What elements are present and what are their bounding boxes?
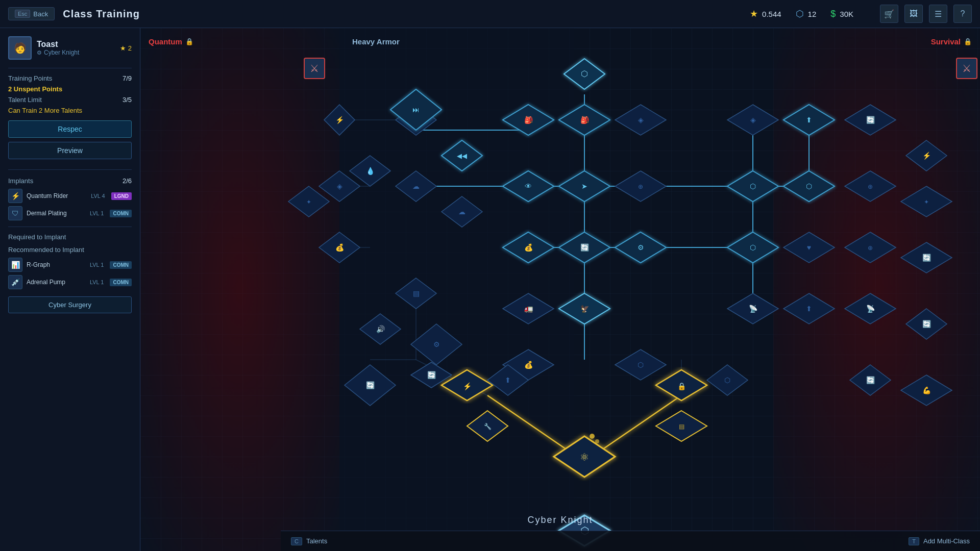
svg-text:◈: ◈: [337, 182, 342, 190]
cart-button[interactable]: 🛒: [880, 5, 898, 23]
stat-money: $ 30K: [830, 9, 853, 19]
preview-button[interactable]: Preview: [8, 142, 132, 159]
svg-text:🔊: 🔊: [376, 325, 385, 334]
char-class: ⚙ Cyber Knight: [37, 49, 115, 56]
svg-text:🎒: 🎒: [524, 116, 533, 124]
implant-r-graph[interactable]: 📊 R-Graph LVL 1 COMN: [8, 258, 132, 272]
cyber-surgery-button[interactable]: Cyber Surgery: [8, 296, 132, 313]
svg-text:💰: 💰: [335, 243, 345, 252]
list-button[interactable]: ☰: [929, 5, 947, 23]
svg-text:⬡: ⬡: [750, 243, 756, 252]
svg-text:🔄: 🔄: [580, 243, 590, 252]
talents-key-hint: C: [291, 537, 302, 545]
svg-text:⏭: ⏭: [412, 106, 420, 114]
talent-limit-label: Talent Limit: [8, 96, 42, 104]
training-points-value: 7/9: [122, 74, 132, 82]
recommended-label: Recommended to Implant: [8, 246, 132, 254]
svg-text:🔧: 🔧: [484, 422, 492, 430]
talents-button[interactable]: C Talents: [291, 537, 327, 545]
respec-button[interactable]: Respec: [8, 120, 132, 138]
skill-tree[interactable]: Quantum 🔒 Heavy Armor Survival 🔒 ⚔ ⚔: [140, 28, 980, 551]
left-panel: 🧑 Toast ⚙ Cyber Knight ★ 2 Training Poin…: [0, 28, 140, 551]
top-bar: Esc Back Class Training ★ 0.544 ⬡ 12 $ 3…: [0, 0, 980, 28]
svg-text:💰: 💰: [524, 243, 533, 252]
svg-text:➤: ➤: [581, 182, 587, 190]
training-points-row: Training Points 7/9: [8, 74, 132, 82]
main-skill-tree-area[interactable]: Quantum 🔒 Heavy Armor Survival 🔒 ⚔ ⚔: [140, 28, 980, 551]
svg-text:▤: ▤: [679, 423, 684, 430]
multiclass-key-hint: T: [909, 537, 919, 545]
divider-1: [8, 68, 132, 68]
char-info: Toast ⚙ Cyber Knight: [37, 40, 115, 56]
svg-text:⬡: ⬡: [806, 182, 812, 190]
implant-name-r-graph: R-Graph: [27, 261, 86, 268]
svg-text:◈: ◈: [750, 116, 756, 124]
divider-3: [8, 227, 132, 227]
svg-text:📡: 📡: [866, 305, 875, 313]
svg-text:▤: ▤: [413, 289, 420, 297]
svg-text:🎒: 🎒: [580, 116, 590, 124]
esc-key-hint: Esc: [15, 10, 30, 18]
class-name-label: Cyber Knight: [527, 515, 593, 525]
survival-nodes[interactable]: ◈ ⬆ 🔄 ⚡ ⬡ ⬡ ⊕ ✦ ⬡ ♥: [727, 105, 952, 339]
class-label-bottom: Cyber Knight: [527, 515, 593, 525]
bottom-bar: C Talents T Add Multi-Class: [281, 531, 980, 551]
add-multiclass-button[interactable]: T Add Multi-Class: [909, 537, 970, 545]
svg-text:⬆: ⬆: [806, 116, 812, 124]
stat-rating: ★ 0.544: [750, 8, 781, 19]
svg-text:◈: ◈: [638, 116, 644, 124]
svg-text:⬡: ⬡: [750, 182, 756, 190]
help-button[interactable]: ?: [953, 5, 972, 23]
svg-text:🔄: 🔄: [366, 381, 375, 390]
svg-text:⚡: ⚡: [335, 116, 345, 124]
svg-text:⚡: ⚡: [463, 382, 472, 391]
avatar: 🧑: [8, 36, 32, 60]
svg-text:◀◀: ◀◀: [457, 152, 467, 160]
svg-text:⚡: ⚡: [922, 152, 932, 160]
dim-lines: [339, 120, 681, 395]
multiclass-label: Add Multi-Class: [923, 537, 970, 545]
rating-value: 0.544: [762, 10, 781, 18]
svg-text:⊕: ⊕: [868, 183, 873, 190]
svg-text:✦: ✦: [306, 198, 311, 206]
svg-text:🔄: 🔄: [922, 254, 932, 262]
svg-text:⬆: ⬆: [505, 376, 511, 384]
svg-text:🔄: 🔄: [866, 376, 875, 385]
portrait-button[interactable]: 🖼: [904, 5, 923, 23]
implant-lvl-quantum-rider: LVL 4: [91, 193, 105, 199]
bottom-nodes[interactable]: ⬡ ⚛ ⚡ 🔧 🔒 ▤ 🔄 ⬆ ⬡: [411, 362, 952, 546]
svg-text:⬡: ⬡: [581, 69, 588, 78]
svg-text:⚙: ⚙: [433, 340, 440, 348]
svg-text:💧: 💧: [366, 167, 375, 176]
can-train: Can Train 2 More Talents: [8, 107, 132, 114]
svg-text:💪: 💪: [922, 386, 932, 395]
cubes-value: 12: [808, 10, 817, 18]
implant-dermal-plating[interactable]: 🛡 Dermal Plating LVL 1 COMN: [8, 206, 132, 220]
divider-2: [8, 169, 132, 170]
svg-text:🔄: 🔄: [866, 116, 875, 124]
implant-name-dermal-plating: Dermal Plating: [27, 210, 86, 217]
svg-text:💰: 💰: [524, 361, 533, 369]
svg-text:♥: ♥: [807, 243, 811, 252]
training-points-label: Training Points: [8, 74, 52, 82]
character-row: 🧑 Toast ⚙ Cyber Knight ★ 2: [8, 36, 132, 60]
dollar-icon: $: [830, 9, 836, 19]
implant-icon-quantum-rider: ⚡: [8, 189, 22, 203]
svg-text:🔒: 🔒: [677, 382, 687, 391]
back-button[interactable]: Esc Back: [8, 7, 55, 20]
stars-value: 2: [128, 44, 132, 52]
svg-text:⚛: ⚛: [580, 452, 589, 463]
skill-tree-svg[interactable]: ⚡ ⏸ ◈ ⏭ 💧 ◀◀ ☁ ☁ 💰 ✦: [140, 28, 980, 551]
quantum-nodes[interactable]: ⚡ ⏸ ◈ ⏭ 💧 ◀◀ ☁ ☁ 💰 ✦: [288, 89, 482, 406]
char-stars: ★ 2: [120, 44, 132, 52]
implant-badge-adrenal-pump: COMN: [110, 279, 132, 286]
svg-text:⊕: ⊕: [868, 244, 873, 252]
talent-limit-row: Talent Limit 3/5: [8, 96, 132, 104]
talents-label: Talents: [306, 537, 327, 545]
svg-text:⬡: ⬡: [638, 361, 644, 369]
implant-quantum-rider[interactable]: ⚡ Quantum Rider LVL 4 LGND: [8, 189, 132, 203]
svg-text:👁: 👁: [525, 182, 532, 190]
svg-text:🦅: 🦅: [580, 305, 590, 313]
implant-adrenal-pump[interactable]: 💉 Adrenal Pump LVL 1 COMN: [8, 275, 132, 289]
char-name: Toast: [37, 40, 115, 49]
